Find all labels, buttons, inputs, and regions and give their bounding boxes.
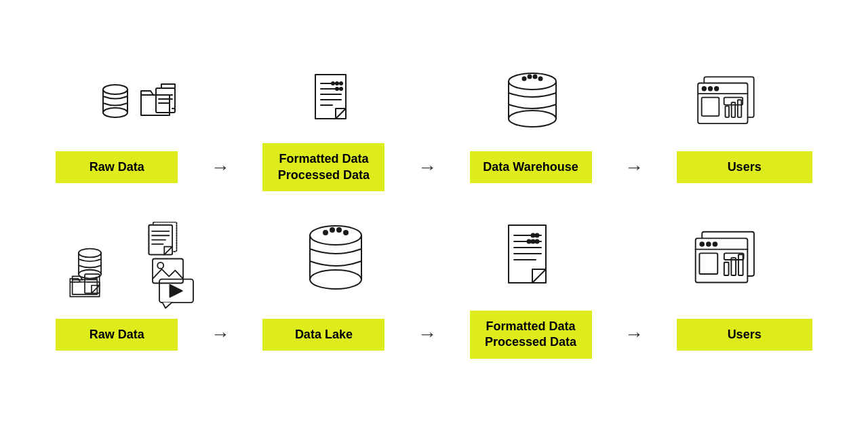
- row1-icons: [41, 71, 827, 132]
- svg-point-25: [539, 77, 542, 81]
- svg-point-80: [713, 242, 717, 246]
- svg-point-37: [79, 249, 101, 258]
- svg-point-72: [532, 234, 535, 237]
- svg-point-21: [509, 111, 556, 127]
- arrow-2-1: →: [211, 324, 230, 345]
- svg-point-55: [157, 262, 163, 269]
- svg-point-78: [700, 242, 704, 246]
- row2-labels: Raw Data → Data Lake → Formatted Data Pr…: [41, 311, 827, 359]
- lake-cylinder-icon: [298, 222, 373, 296]
- main-container: Raw Data → Formatted Data Processed Data…: [0, 0, 868, 430]
- svg-point-62: [323, 231, 328, 235]
- data-warehouse-icon: [458, 71, 607, 132]
- formatted-data-icon-1: [261, 71, 410, 132]
- folder-doc-icon-1: [136, 81, 183, 122]
- label-formatted-1: Formatted Data Processed Data: [262, 143, 384, 191]
- svg-point-58: [310, 226, 361, 245]
- formatted-data-icon-2: [458, 222, 607, 296]
- svg-point-24: [534, 75, 537, 79]
- document-icon-2: [146, 222, 180, 259]
- svg-point-61: [310, 270, 361, 289]
- svg-point-71: [536, 234, 539, 237]
- svg-point-65: [344, 231, 348, 235]
- users-icon-2: [654, 225, 804, 293]
- label-raw-data-2: Raw Data: [56, 319, 178, 351]
- label-formatted-2: Formatted Data Processed Data: [470, 311, 592, 359]
- row2-icons: [41, 218, 827, 300]
- svg-marker-57: [170, 285, 182, 297]
- database-icon-1: [95, 81, 136, 122]
- label-users-1: Users: [677, 151, 812, 183]
- arrow-2-2: →: [418, 324, 437, 345]
- svg-point-79: [706, 242, 710, 246]
- label-data-lake: Data Lake: [262, 319, 384, 351]
- dashboard-icon-2: [690, 225, 768, 293]
- folder-icon-2: [68, 266, 102, 300]
- row1-labels: Raw Data → Formatted Data Processed Data…: [41, 143, 827, 191]
- svg-point-23: [528, 75, 532, 79]
- svg-point-14: [336, 87, 338, 90]
- label-users-2: Users: [677, 319, 812, 351]
- svg-point-3: [103, 108, 127, 117]
- raw-data-icon-group-1: [64, 81, 214, 122]
- svg-point-63: [330, 228, 334, 232]
- svg-point-75: [536, 240, 539, 243]
- warehouse-cylinder-icon: [498, 71, 566, 132]
- arrow-1-2: →: [418, 157, 437, 178]
- arrow-1-1: →: [211, 157, 230, 178]
- svg-point-0: [103, 85, 127, 94]
- svg-point-16: [336, 82, 338, 85]
- dashboard-icon-1: [692, 71, 766, 132]
- row2-lake: Raw Data → Data Lake → Formatted Data Pr…: [41, 218, 827, 359]
- label-warehouse: Data Warehouse: [470, 151, 592, 183]
- svg-point-13: [340, 87, 342, 90]
- document-icon-1: [309, 71, 363, 132]
- svg-point-29: [709, 87, 713, 91]
- row1-warehouse: Raw Data → Formatted Data Processed Data…: [41, 71, 827, 191]
- arrow-2-3: →: [625, 324, 644, 345]
- arrow-1-3: →: [625, 157, 644, 178]
- svg-point-17: [340, 82, 342, 85]
- svg-point-15: [332, 82, 334, 85]
- svg-point-64: [337, 228, 341, 232]
- svg-point-22: [523, 77, 526, 81]
- svg-point-30: [715, 87, 719, 91]
- svg-point-18: [509, 73, 556, 90]
- svg-point-28: [703, 87, 707, 91]
- data-lake-icon: [261, 222, 410, 296]
- document-icon-3: [502, 222, 563, 296]
- svg-point-74: [532, 240, 535, 243]
- svg-point-73: [528, 240, 531, 243]
- users-icon-1: [654, 71, 804, 132]
- label-raw-data-1: Raw Data: [56, 151, 178, 183]
- raw-data-icon-group-2: [64, 218, 214, 300]
- video-icon: [156, 276, 197, 310]
